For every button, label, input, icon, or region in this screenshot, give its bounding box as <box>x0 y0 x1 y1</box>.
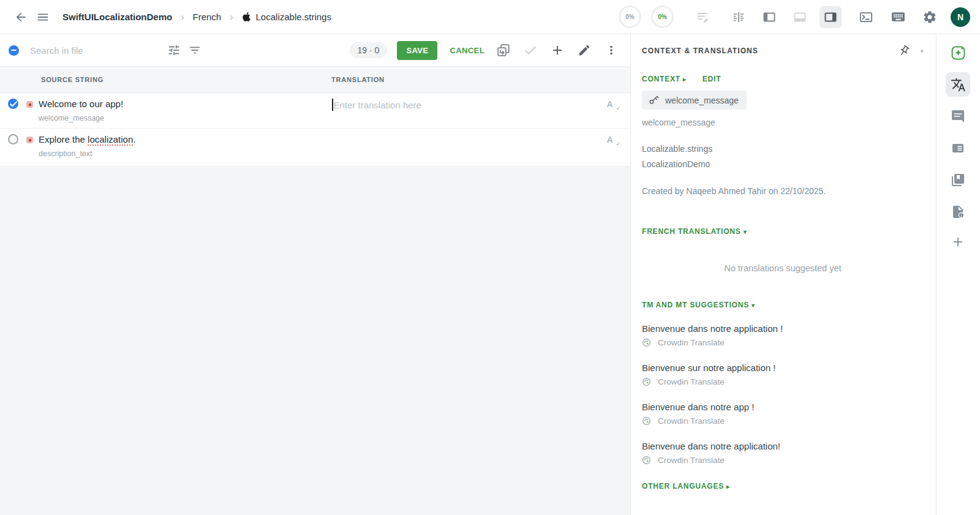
filter-list-button[interactable] <box>184 40 205 61</box>
translated-progress-circle[interactable]: 0% <box>619 6 641 28</box>
spellcheck-checkmark: ✓ <box>616 141 620 147</box>
right-panel-view-icon <box>823 10 838 24</box>
row-checkbox[interactable] <box>8 99 18 109</box>
string-key-pill[interactable]: welcome_message <box>642 91 747 110</box>
breadcrumb-file[interactable]: Localizable.strings <box>242 12 331 22</box>
more-options-button[interactable] <box>601 40 622 61</box>
row-checkbox[interactable] <box>8 134 18 145</box>
user-avatar[interactable]: N <box>951 7 970 27</box>
context-links: CONTEXT▸ EDIT <box>642 75 924 83</box>
table-row[interactable]: Welcome to our app! welcome_message Ente… <box>0 93 630 129</box>
suggestion-provider: Crowdin Translate <box>658 456 725 465</box>
search-input[interactable] <box>30 45 164 56</box>
copy-icon <box>496 43 511 58</box>
pin-panel-button[interactable] <box>898 45 910 57</box>
spellcheck-icon[interactable]: A✓ <box>607 99 618 109</box>
console-button[interactable] <box>855 6 877 28</box>
project-name-text: LocalizationDemo <box>642 157 924 172</box>
info-card-icon <box>951 141 965 156</box>
suggestion-item[interactable]: Bienvenue sur notre application ! Crowdi… <box>642 363 924 386</box>
key-pill-label: welcome_message <box>665 96 739 105</box>
file-name-text: Localizable.strings <box>642 141 924 157</box>
file-info-tab-button[interactable] <box>946 200 970 224</box>
back-button[interactable] <box>10 6 32 28</box>
string-key: description_text <box>39 149 92 158</box>
arrow-back-icon <box>14 10 28 24</box>
spellcheck-icon[interactable]: A✓ <box>607 135 618 145</box>
breadcrumb: SwiftUILocalizationDemo › French › Local… <box>62 12 331 23</box>
translation-column-header: TRANSLATION <box>331 76 385 83</box>
bottom-panel-view-icon <box>793 10 807 24</box>
suggestion-provider: Crowdin Translate <box>658 377 725 386</box>
table-row[interactable]: Explore the localization. description_te… <box>0 129 630 167</box>
top-bar: SwiftUILocalizationDemo › French › Local… <box>0 0 980 34</box>
translate-icon <box>951 77 966 92</box>
right-panel-view-button[interactable] <box>820 6 842 28</box>
translations-section-header[interactable]: FRENCH TRANSLATIONS▾ <box>642 225 924 236</box>
copy-source-button[interactable] <box>493 40 514 61</box>
draft-edit-button[interactable] <box>692 6 714 28</box>
suggestion-item[interactable]: Bienvenue dans notre application! Crowdi… <box>642 441 924 465</box>
left-panel-view-button[interactable] <box>758 6 780 28</box>
plus-icon <box>550 43 565 58</box>
translation-input-area[interactable]: Enter translation here <box>332 99 421 111</box>
edit-context-link[interactable]: EDIT <box>703 75 722 83</box>
suggestion-text: Bienvenue dans notre application ! <box>642 323 924 334</box>
text-cursor <box>332 99 333 111</box>
ai-assistant-button[interactable] <box>946 40 970 65</box>
empty-list-area <box>0 167 630 515</box>
main-content: 19 · 0 SAVE CANCEL <box>0 34 980 515</box>
suggestion-item[interactable]: Bienvenue dans notre application ! Crowd… <box>642 323 924 347</box>
file-info-icon <box>951 205 965 219</box>
glossary-tab-button[interactable] <box>946 168 970 192</box>
crowdin-translate-icon <box>642 416 651 426</box>
strings-editor: 19 · 0 SAVE CANCEL <box>0 34 631 515</box>
add-string-button[interactable] <box>547 40 568 61</box>
suggestion-item[interactable]: Bienvenue dans notre app ! Crowdin Trans… <box>642 402 924 426</box>
plus-icon <box>951 235 965 253</box>
keyboard-shortcuts-button[interactable] <box>887 6 909 28</box>
approved-progress-circle[interactable]: 0% <box>651 6 674 28</box>
suggestions-section-label: TM AND MT SUGGESTIONS <box>642 301 749 309</box>
breadcrumb-chevron-icon: › <box>181 12 184 23</box>
main-menu-button[interactable] <box>32 6 54 28</box>
context-info-tab-button[interactable] <box>946 136 970 160</box>
settings-button[interactable] <box>919 6 941 28</box>
top-bar-actions: 0% 0% <box>619 6 970 28</box>
key-name-text: welcome_message <box>642 118 924 127</box>
translations-section-label: FRENCH TRANSLATIONS <box>642 227 741 236</box>
kebab-menu-icon <box>605 43 618 57</box>
panel-collapse-button[interactable]: ▾ <box>920 47 924 55</box>
breadcrumb-language[interactable]: French <box>193 12 222 22</box>
comments-tab-button[interactable] <box>946 104 970 129</box>
context-link[interactable]: CONTEXT▸ <box>642 75 687 83</box>
source-text-misspelled: localization <box>88 134 133 146</box>
crowdin-translate-icon <box>642 338 651 347</box>
context-panel: CONTEXT & TRANSLATIONS ▾ CONTEXT▸ EDIT w… <box>631 34 937 515</box>
breadcrumb-project[interactable]: SwiftUILocalizationDemo <box>62 12 172 22</box>
approve-button[interactable] <box>520 40 541 61</box>
cancel-button[interactable]: CANCEL <box>450 46 484 55</box>
gear-icon <box>922 10 937 24</box>
glossary-book-icon <box>951 173 965 187</box>
caret-right-icon: ▸ <box>683 76 687 83</box>
bottom-panel-view-button[interactable] <box>789 6 811 28</box>
tune-sliders-icon <box>167 43 181 57</box>
translation-placeholder: Enter translation here <box>334 100 421 110</box>
edit-string-button[interactable] <box>574 40 595 61</box>
ai-sparkle-icon <box>950 45 967 61</box>
suggestion-text: Bienvenue dans notre application! <box>642 441 924 451</box>
other-languages-section-header[interactable]: OTHER LANGUAGES▸ <box>642 480 924 491</box>
suggestion-provider: Crowdin Translate <box>658 338 725 347</box>
file-context: Localizable.strings LocalizationDemo <box>642 141 924 172</box>
save-button[interactable]: SAVE <box>397 41 437 60</box>
side-by-side-view-button[interactable] <box>728 6 750 28</box>
source-text-suffix: . <box>133 134 135 145</box>
filter-options-button[interactable] <box>164 40 184 61</box>
left-panel-view-icon <box>762 10 777 24</box>
terminal-icon <box>859 10 873 24</box>
suggestions-section-header[interactable]: TM AND MT SUGGESTIONS▾ <box>642 299 924 310</box>
translations-tab-button[interactable] <box>946 72 970 97</box>
add-panel-button[interactable] <box>946 231 970 256</box>
select-all-checkbox[interactable] <box>9 45 19 56</box>
